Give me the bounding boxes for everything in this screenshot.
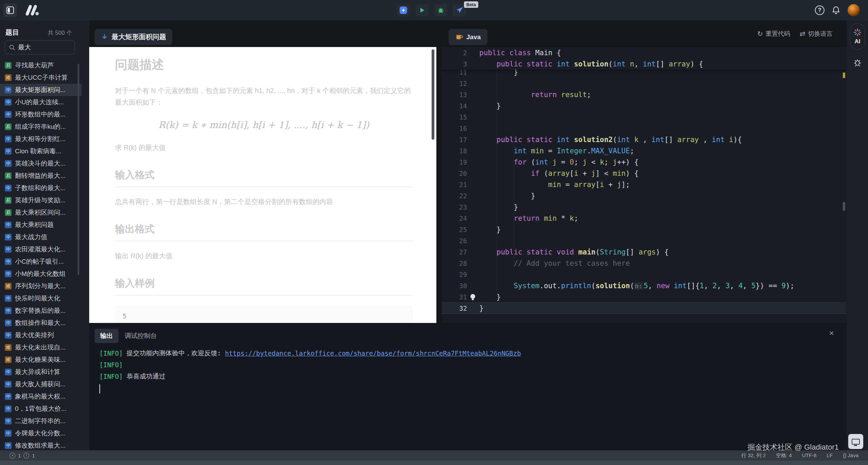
difficulty-badge: 中	[5, 320, 12, 326]
code-line[interactable]: 24 return min * k;	[442, 213, 846, 224]
problems-status[interactable]: × 1 ! 1	[0, 453, 35, 459]
code-line[interactable]: 14 }	[442, 100, 846, 111]
problem-list-item[interactable]: 中小U的最大连续...	[0, 96, 82, 108]
problem-list-item[interactable]: 中最大优美排列	[0, 329, 82, 341]
code-line[interactable]: 13 return result;	[442, 89, 846, 100]
screen-widget-button[interactable]	[848, 434, 863, 449]
problem-list-item[interactable]: 中最大敌人捕获问...	[0, 378, 82, 390]
problem-list-item[interactable]: 难序列划分与最大...	[0, 280, 82, 292]
switch-language-button[interactable]: ⇄ 切换语言	[800, 30, 833, 38]
code-line[interactable]: 17 public static int solution2(int k , i…	[442, 134, 846, 145]
ai-assistant-button[interactable]: AI	[850, 23, 865, 50]
code-line[interactable]: 16	[442, 123, 846, 134]
problem-list-item[interactable]: 中Cion 勒索病毒...	[0, 145, 82, 157]
problem-list-item[interactable]: 中农田灌溉最大化...	[0, 243, 82, 255]
problem-list-item[interactable]: 中最大异或和计算	[0, 366, 82, 378]
problem-list-item[interactable]: 难最大UCC子串计算	[0, 72, 82, 84]
code-line[interactable]: 32}	[442, 303, 846, 314]
problem-list-item[interactable]: 中最大乘积问题	[0, 219, 82, 231]
add-test-button[interactable]: +	[397, 4, 410, 16]
code-line[interactable]: 23 }	[442, 201, 846, 213]
line-number: 29	[442, 271, 467, 278]
line-number: 17	[442, 136, 467, 143]
ai-label: AI	[855, 38, 861, 45]
code-line[interactable]: 29	[442, 269, 846, 280]
tab-debug-console[interactable]: 调试控制台	[125, 331, 157, 340]
problem-list-item[interactable]: 难最大化未出现自...	[0, 341, 82, 354]
tab-output[interactable]: 输出	[95, 329, 118, 343]
problem-list-item[interactable]: 中二进制字符串的...	[0, 415, 82, 427]
section-heading-description: 问题描述	[115, 57, 413, 73]
language-mode[interactable]: {} Java	[843, 452, 858, 459]
problem-title: 最大乘积问题	[15, 220, 54, 229]
problem-list-item[interactable]: 中修改数组求最大...	[0, 439, 82, 450]
feedback-link[interactable]: https://bytedance.larkoffice.com/share/b…	[225, 350, 521, 357]
code-line[interactable]: 31 }	[442, 291, 846, 303]
language-tab[interactable]: Java	[449, 29, 487, 45]
sidebar-toggle-button[interactable]	[3, 3, 17, 17]
debug-button[interactable]	[434, 4, 447, 16]
code-line[interactable]: 19 for (int j = 0; j < k; j++) {	[442, 156, 846, 168]
code-line[interactable]: 27 public static void main(String[] args…	[442, 246, 846, 258]
problem-list-item[interactable]: 中最大相等分割红...	[0, 133, 82, 145]
problem-list-item[interactable]: 易寻找最大葫芦	[0, 59, 82, 72]
close-icon[interactable]: ×	[829, 329, 834, 337]
line-number: 16	[442, 125, 467, 132]
code-line[interactable]: 3 public static int solution(int n, int[…	[442, 58, 846, 69]
reset-code-button[interactable]: ↻ 重置代码	[757, 30, 790, 38]
search-box[interactable]	[5, 40, 75, 55]
cursor-position[interactable]: 行 32, 列 2	[741, 452, 766, 459]
code-line[interactable]: 21 min = array[i + j];	[442, 179, 846, 190]
encoding[interactable]: UTF-8	[802, 452, 817, 459]
run-button[interactable]	[416, 4, 429, 16]
problem-list-item[interactable]: 难最大化糖果美味...	[0, 354, 82, 366]
bell-icon[interactable]	[832, 6, 840, 15]
editor-scrollbar[interactable]	[843, 202, 845, 211]
problem-scrollbar[interactable]	[432, 49, 434, 140]
problem-list-item[interactable]: 易最大乘积区间问...	[0, 206, 82, 219]
problem-list-item[interactable]: 中小C的帖子吸引...	[0, 255, 82, 268]
problem-list-item[interactable]: 易翻转增益的最大...	[0, 170, 82, 182]
problem-list-item[interactable]: 中英雄决斗的最大...	[0, 157, 82, 170]
avatar[interactable]	[848, 4, 860, 16]
problem-list-item[interactable]: 中数字替换后的最...	[0, 305, 82, 317]
code-line[interactable]: 20 if (array[i + j] < min) {	[442, 168, 846, 179]
code-line[interactable]: 18 int min = Integer.MAX_VALUE;	[442, 145, 846, 156]
eol-setting[interactable]: LF	[827, 452, 833, 459]
error-count: 1	[18, 453, 21, 459]
problem-list-item[interactable]: 中子数组和的最大...	[0, 182, 82, 194]
indent-setting[interactable]: 空格: 4	[776, 452, 792, 459]
problem-list-item[interactable]: 中环形数组中的最...	[0, 108, 82, 121]
problem-list-item[interactable]: 中快乐时间最大化	[0, 292, 82, 305]
problem-list-item[interactable]: 中象棋马的最大权...	[0, 390, 82, 403]
topbar: + Beta ?	[0, 0, 868, 20]
debug-shield-icon[interactable]	[853, 58, 862, 67]
problem-list-item[interactable]: 易英雄升级与奖励...	[0, 194, 82, 206]
code-text: // Add your test cases here	[467, 259, 630, 267]
problem-list-item[interactable]: 中0，1背包最大价...	[0, 403, 82, 415]
code-line[interactable]: 2public class Main {	[442, 47, 846, 58]
code-text: }	[467, 192, 535, 200]
problem-tab[interactable]: 最大矩形面积问题	[95, 29, 172, 45]
search-input[interactable]	[18, 44, 71, 51]
problem-list-item[interactable]: 中最大战力值	[0, 231, 82, 243]
code-line[interactable]: 26	[442, 235, 846, 246]
problem-list-item[interactable]: 中最大矩形面积问...	[0, 84, 82, 96]
sample-line: 5	[123, 311, 405, 321]
code-line[interactable]: 28 // Add your test cases here	[442, 258, 846, 269]
problem-list-item[interactable]: 中数组操作和最大...	[0, 317, 82, 329]
code-line[interactable]: 30 System.out.println(solution(n:5, new …	[442, 280, 846, 291]
problem-list-item[interactable]: 中令牌最大化分数...	[0, 427, 82, 439]
problem-list-item[interactable]: 易组成字符串ku的...	[0, 121, 82, 133]
problem-list-item[interactable]: 中小M的最大化数组	[0, 268, 82, 280]
sidebar-scrollbar[interactable]	[78, 64, 79, 275]
help-icon[interactable]: ?	[815, 5, 824, 15]
problem-title: 最大相等分割红...	[15, 135, 66, 143]
code-line[interactable]: 15	[442, 111, 846, 123]
code-line[interactable]: 22 }	[442, 190, 846, 201]
line-number: 24	[442, 215, 467, 222]
lightbulb-icon[interactable]	[470, 294, 475, 299]
code-line[interactable]: 25 }	[442, 224, 846, 235]
code-line[interactable]: 12	[442, 78, 846, 89]
code-editor[interactable]: 11 }1213 return result;14 }151617 public…	[442, 47, 846, 323]
